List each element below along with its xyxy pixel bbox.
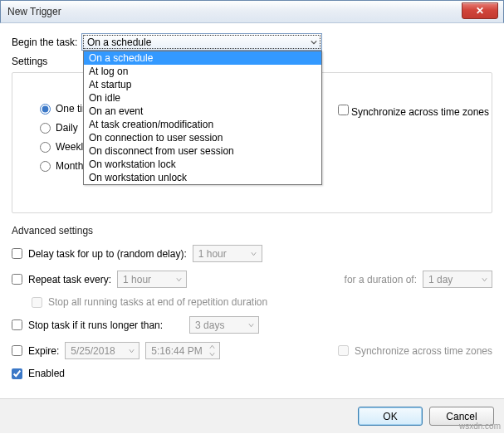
expire-time-value: 5:16:44 PM <box>151 345 202 357</box>
ok-button[interactable]: OK <box>358 407 423 426</box>
dropdown-option[interactable]: On connection to user session <box>84 131 321 144</box>
dialog-footer: OK Cancel <box>0 398 504 433</box>
repeat-value: 1 hour <box>123 274 151 285</box>
dropdown-option[interactable]: On idle <box>84 91 321 105</box>
chevron-down-icon <box>173 273 184 285</box>
repeat-stop-row: Stop all running tasks at end of repetit… <box>32 296 492 308</box>
advanced-settings: Delay task for up to (random delay): 1 h… <box>12 245 492 379</box>
watermark: wsxdn.com <box>459 422 501 431</box>
advanced-heading: Advanced settings <box>12 225 492 237</box>
radio-input[interactable] <box>40 104 51 115</box>
radio-input[interactable] <box>40 161 51 172</box>
radio-input[interactable] <box>40 142 51 153</box>
expire-label: Expire: <box>28 345 59 357</box>
begin-task-label: Begin the task: <box>12 37 81 48</box>
stop-label: Stop task if it runs longer than: <box>28 319 163 331</box>
window-title: New Trigger <box>7 6 61 17</box>
expire-row: Expire: 5/25/2018 5:16:44 PM Synchronize… <box>12 342 492 359</box>
repeat-label: Repeat task every: <box>28 274 111 285</box>
dropdown-option[interactable]: At task creation/modification <box>84 118 321 131</box>
expire-date-value: 5/25/2018 <box>71 345 115 357</box>
close-icon: ✕ <box>476 5 484 17</box>
begin-task-combo[interactable]: On a schedule <box>81 33 322 51</box>
radio-label: Daily <box>56 122 78 134</box>
dropdown-option[interactable]: On workstation lock <box>84 158 321 171</box>
begin-task-value: On a schedule <box>87 37 151 48</box>
delay-value: 1 hour <box>198 248 227 260</box>
sync-timezones[interactable]: Synchronize across time zones <box>338 105 489 118</box>
stop-row: Stop task if it runs longer than: 3 days <box>12 316 492 334</box>
begin-task-dropdown[interactable]: On a schedule At log on At startup On id… <box>83 51 322 185</box>
sync-label: Synchronize across time zones <box>351 106 489 118</box>
delay-checkbox[interactable] <box>12 248 22 259</box>
stop-value: 3 days <box>195 319 224 331</box>
chevron-down-icon <box>478 273 490 285</box>
settings-label: Settings <box>12 56 81 67</box>
stop-checkbox[interactable] <box>12 319 22 330</box>
enabled-checkbox[interactable] <box>12 368 22 379</box>
expire-checkbox[interactable] <box>12 345 22 356</box>
chevron-down-icon <box>245 319 257 331</box>
chevron-down-icon <box>248 247 260 260</box>
radio-input[interactable] <box>40 123 51 134</box>
calendar-chevron-icon <box>125 344 137 357</box>
enabled-row: Enabled <box>12 368 492 379</box>
duration-value: 1 day <box>428 274 453 285</box>
delay-label: Delay task for up to (random delay): <box>28 248 187 260</box>
repeat-row: Repeat task every: 1 hour for a duration… <box>12 271 492 288</box>
expire-date[interactable]: 5/25/2018 <box>65 342 139 359</box>
repeat-checkbox[interactable] <box>12 274 22 285</box>
repeat-combo[interactable]: 1 hour <box>117 271 187 288</box>
expire-sync-label: Synchronize across time zones <box>355 345 492 357</box>
repeat-stop-checkbox <box>32 297 42 308</box>
dropdown-option[interactable]: On a schedule <box>84 51 321 65</box>
sync-checkbox[interactable] <box>338 105 349 115</box>
expire-time[interactable]: 5:16:44 PM <box>145 342 220 359</box>
dropdown-option[interactable]: At log on <box>84 65 321 78</box>
delay-combo[interactable]: 1 hour <box>193 245 262 262</box>
begin-task-row: Begin the task: On a schedule <box>12 33 492 51</box>
dialog-content: Begin the task: On a schedule Settings O… <box>0 23 504 398</box>
delay-row: Delay task for up to (random delay): 1 h… <box>12 245 492 262</box>
enabled-label: Enabled <box>28 368 65 379</box>
duration-label: for a duration of: <box>345 274 417 285</box>
stop-combo[interactable]: 3 days <box>189 316 259 334</box>
titlebar: New Trigger ✕ <box>0 0 504 23</box>
dropdown-option[interactable]: On disconnect from user session <box>84 144 321 158</box>
dropdown-option[interactable]: On workstation unlock <box>84 171 321 184</box>
dropdown-option[interactable]: At startup <box>84 78 321 91</box>
duration-combo[interactable]: 1 day <box>423 271 492 288</box>
spinner-icon[interactable] <box>206 344 218 358</box>
expire-sync-checkbox <box>338 345 349 356</box>
dropdown-option[interactable]: On an event <box>84 105 321 118</box>
close-button[interactable]: ✕ <box>462 2 498 19</box>
repeat-stop-label: Stop all running tasks at end of repetit… <box>48 296 267 308</box>
chevron-down-icon <box>307 36 320 48</box>
